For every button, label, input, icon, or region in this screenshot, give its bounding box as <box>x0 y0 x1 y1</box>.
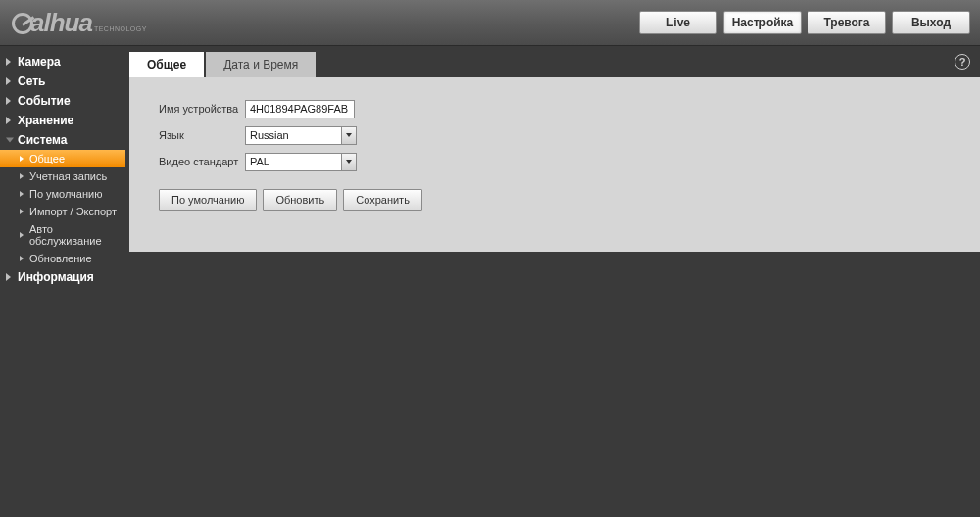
sidebar-sub-general[interactable]: Общее <box>0 150 125 167</box>
sidebar-item-system[interactable]: Система <box>0 130 125 150</box>
sidebar-sub-default[interactable]: По умолчанию <box>0 185 125 203</box>
language-select-value: Russian <box>245 126 357 145</box>
brand-logo: alhua TECHNOLOGY <box>12 8 147 38</box>
brand-sub: TECHNOLOGY <box>94 25 147 32</box>
row-device-name: Имя устройства <box>159 99 980 118</box>
video-standard-select-value: PAL <box>245 153 357 171</box>
label-language: Язык <box>159 129 245 141</box>
action-buttons: По умолчанию Обновить Сохранить <box>159 189 980 211</box>
sidebar-item-information[interactable]: Информация <box>0 267 125 287</box>
brand-logo-icon <box>12 13 33 34</box>
settings-panel: Имя устройства Язык Russian Видео станда… <box>129 77 980 252</box>
content: ? Общее Дата и Время Имя устройства Язык… <box>125 46 980 517</box>
header: alhua TECHNOLOGY Live Настройка Тревога … <box>0 0 980 46</box>
sidebar: Камера Сеть Событие Хранение Система Общ… <box>0 46 125 517</box>
help-icon[interactable]: ? <box>955 54 970 70</box>
tab-general[interactable]: Общее <box>129 52 204 77</box>
sidebar-item-event[interactable]: Событие <box>0 91 125 111</box>
video-standard-select[interactable]: PAL <box>245 153 357 171</box>
refresh-button[interactable]: Обновить <box>263 189 337 211</box>
label-video-standard: Видео стандарт <box>159 156 245 167</box>
sidebar-sub-upgrade[interactable]: Обновление <box>0 250 125 267</box>
top-nav: Live Настройка Тревога Выход <box>639 11 970 34</box>
sidebar-sub-auto-maintain[interactable]: Авто обслуживание <box>0 220 125 250</box>
sidebar-item-storage[interactable]: Хранение <box>0 111 125 130</box>
nav-setup-button[interactable]: Настройка <box>723 11 802 34</box>
tab-datetime[interactable]: Дата и Время <box>206 52 316 77</box>
nav-logout-button[interactable]: Выход <box>892 11 970 34</box>
device-name-input[interactable] <box>245 100 355 118</box>
tab-bar: Общее Дата и Время <box>129 52 980 77</box>
save-button[interactable]: Сохранить <box>343 189 422 211</box>
nav-alarm-button[interactable]: Тревога <box>808 11 886 34</box>
sidebar-sub-account[interactable]: Учетная запись <box>0 167 125 185</box>
nav-live-button[interactable]: Live <box>639 11 717 34</box>
sidebar-item-camera[interactable]: Камера <box>0 52 125 71</box>
language-select[interactable]: Russian <box>245 126 357 145</box>
row-language: Язык Russian <box>159 125 980 145</box>
sidebar-item-network[interactable]: Сеть <box>0 71 125 91</box>
default-button[interactable]: По умолчанию <box>159 189 257 211</box>
sidebar-sub-import-export[interactable]: Импорт / Экспорт <box>0 203 125 220</box>
main-area: Камера Сеть Событие Хранение Система Общ… <box>0 46 980 517</box>
brand-name: alhua <box>30 8 92 38</box>
row-video-standard: Видео стандарт PAL <box>159 152 980 171</box>
label-device-name: Имя устройства <box>159 103 245 115</box>
